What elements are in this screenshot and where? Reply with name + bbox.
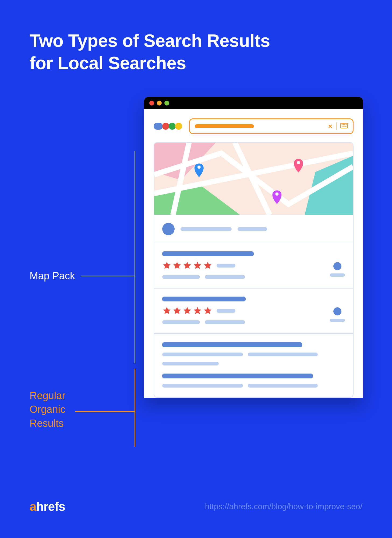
- annotation-connector: [75, 411, 135, 412]
- listing-action[interactable]: [330, 251, 345, 277]
- title-line-1: Two Types of Search Results: [30, 30, 270, 52]
- star-rating: [162, 306, 212, 315]
- placeholder-line: [205, 275, 245, 279]
- title-line-2: for Local Searches: [30, 52, 270, 74]
- organic-results-section: [154, 334, 353, 397]
- placeholder-line: [248, 384, 318, 388]
- svg-rect-1: [342, 124, 342, 125]
- svg-rect-6: [343, 126, 347, 126]
- map-pack-listing[interactable]: [154, 243, 353, 289]
- placeholder-line: [162, 353, 243, 356]
- svg-rect-2: [343, 124, 344, 125]
- window-minimize-icon: [157, 101, 162, 106]
- action-icon: [333, 262, 341, 270]
- search-input[interactable]: ×: [189, 118, 354, 134]
- placeholder-line: [162, 320, 200, 324]
- placeholder-line: [181, 227, 232, 231]
- action-icon: [333, 307, 341, 315]
- map-pack-listing[interactable]: [154, 289, 353, 334]
- annotation-bracket-orange: [135, 369, 135, 447]
- organic-title-placeholder[interactable]: [162, 374, 313, 378]
- filter-avatar-icon: [162, 223, 175, 235]
- footer: ahrefs https://ahrefs.com/blog/how-to-im…: [30, 499, 362, 514]
- listing-title-placeholder: [162, 251, 254, 256]
- listing-action[interactable]: [330, 297, 345, 322]
- annotation-connector: [81, 276, 135, 276]
- svg-rect-5: [342, 126, 342, 126]
- svg-point-12: [297, 161, 300, 164]
- action-label-placeholder: [330, 273, 345, 277]
- serp-card: [154, 142, 354, 398]
- listing-title-placeholder: [162, 297, 246, 301]
- placeholder-line: [162, 275, 200, 279]
- svg-point-11: [197, 166, 201, 169]
- window-close-icon: [149, 101, 154, 106]
- annotation-map-pack-label: Map Pack: [30, 269, 75, 283]
- map-pack-header: [154, 215, 353, 243]
- star-rating: [162, 261, 212, 270]
- search-query-placeholder: [195, 124, 254, 128]
- placeholder-line: [248, 353, 318, 356]
- svg-rect-4: [346, 124, 347, 125]
- placeholder-line: [238, 227, 267, 231]
- search-topbar: ×: [154, 118, 354, 134]
- placeholder-line: [205, 320, 245, 324]
- map-preview[interactable]: [154, 143, 353, 215]
- annotation-organic-label: Regular Organic Results: [30, 389, 65, 430]
- placeholder-line: [162, 362, 219, 365]
- search-engine-logo-icon: [154, 123, 182, 130]
- footer-url: https://ahrefs.com/blog/how-to-improve-s…: [205, 502, 362, 511]
- keyboard-icon[interactable]: [340, 123, 348, 129]
- placeholder-line: [162, 384, 243, 388]
- rating-count-placeholder: [217, 264, 235, 268]
- annotation-bracket-blue: [135, 151, 135, 363]
- browser-window: ×: [144, 97, 363, 398]
- svg-point-13: [275, 192, 278, 196]
- rating-count-placeholder: [217, 309, 235, 313]
- organic-title-placeholder[interactable]: [162, 342, 302, 347]
- page-title: Two Types of Search Results for Local Se…: [30, 30, 270, 74]
- action-label-placeholder: [330, 319, 345, 322]
- clear-search-icon[interactable]: ×: [328, 122, 332, 131]
- search-divider: [336, 122, 337, 130]
- browser-titlebar: [144, 97, 363, 109]
- browser-body: ×: [144, 109, 363, 398]
- window-maximize-icon: [164, 101, 169, 106]
- svg-rect-3: [344, 124, 345, 125]
- ahrefs-logo: ahrefs: [30, 499, 65, 514]
